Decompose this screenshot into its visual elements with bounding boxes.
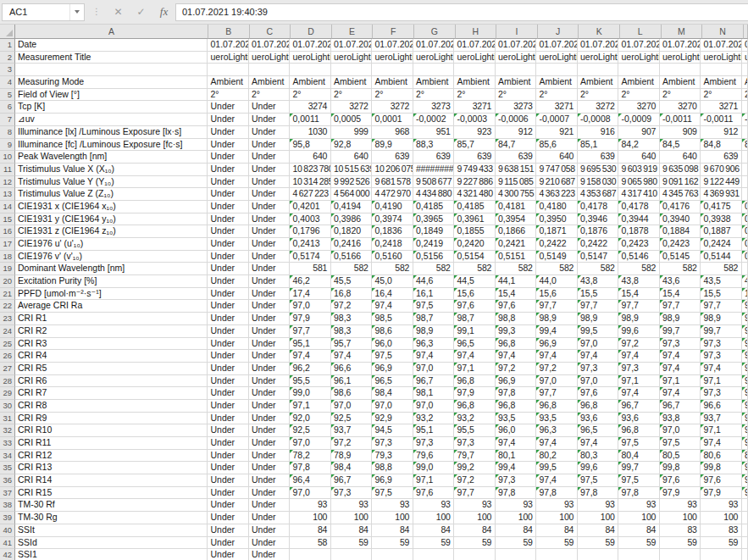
cell[interactable]: Under xyxy=(208,350,249,363)
cell[interactable]: 639 xyxy=(413,151,455,164)
cell[interactable]: 93,8 xyxy=(660,413,701,425)
cell[interactable]: 97,0 xyxy=(660,424,701,437)
row-number[interactable]: 40 xyxy=(0,524,15,537)
cell[interactable]: 2° xyxy=(249,89,291,102)
row-number[interactable]: 42 xyxy=(0,549,15,560)
cell[interactable]: 9 635 098 xyxy=(660,164,701,176)
cell[interactable]: 10 823 780 xyxy=(290,164,331,176)
cell[interactable]: 3271 xyxy=(454,101,496,114)
cell[interactable] xyxy=(331,549,373,560)
cell[interactable]: 01.07.2021 19:40:39 xyxy=(742,39,748,52)
row-number[interactable]: 26 xyxy=(0,350,15,363)
cell[interactable]: 999 xyxy=(331,126,373,139)
cell[interactable]: 01.07.2021 19:40:39 xyxy=(331,39,373,52)
cell[interactable]: 4 317 410 xyxy=(618,188,660,201)
cell[interactable]: 96,1 xyxy=(331,375,373,388)
cell[interactable]: 100 xyxy=(660,512,701,524)
cell[interactable]: 582 xyxy=(413,263,455,275)
row-number[interactable]: 39 xyxy=(0,512,15,524)
cell[interactable]: 0,2419 xyxy=(413,238,455,251)
cell[interactable]: 97,6 xyxy=(578,387,619,400)
cell[interactable]: Under xyxy=(249,437,291,450)
cell[interactable]: 15,4 xyxy=(660,288,701,301)
cell[interactable]: Ambient xyxy=(618,76,660,89)
cell[interactable]: 97,4 xyxy=(618,387,660,400)
row-number[interactable]: 9 xyxy=(0,139,15,152)
cell[interactable]: 93,2 xyxy=(413,413,455,425)
cell[interactable]: 97,4 xyxy=(496,350,537,363)
cell[interactable]: 43,6 xyxy=(660,275,701,288)
cell[interactable]: 582 xyxy=(536,263,578,275)
cell[interactable]: Under xyxy=(249,275,291,288)
row-number[interactable]: 8 xyxy=(0,126,15,139)
row-label-cell[interactable]: Tristimulus Value Y (Y₁₀) xyxy=(15,176,208,189)
cell[interactable]: 80,3 xyxy=(578,450,619,463)
cell[interactable]: 4 353 687 xyxy=(578,188,619,201)
cell[interactable]: 9 508 677 xyxy=(413,176,455,189)
cell[interactable]: 16,1 xyxy=(413,288,455,301)
cell[interactable]: 45,0 xyxy=(372,275,413,288)
cell[interactable]: 96,8 xyxy=(454,375,496,388)
cell[interactable] xyxy=(496,549,537,560)
cell[interactable]: 97,4 xyxy=(578,350,619,363)
cell[interactable]: 59 xyxy=(701,537,742,550)
cell[interactable]: 639 xyxy=(578,151,619,164)
row-number[interactable]: 4 xyxy=(0,76,15,89)
cell[interactable]: Ambient xyxy=(290,76,331,89)
cell[interactable]: Under xyxy=(208,537,249,550)
cell[interactable]: 59 xyxy=(413,537,455,550)
row-label-cell[interactable]: CIE1931 x (CIE1964 x₁₀) xyxy=(15,201,208,213)
cell[interactable]: 0,3961 xyxy=(454,213,496,226)
insert-function-icon[interactable]: fx xyxy=(152,5,175,19)
row-label-cell[interactable]: CRI R11 xyxy=(15,437,208,450)
cell[interactable]: 89,9 xyxy=(372,139,413,152)
cell[interactable]: 59 xyxy=(578,537,619,550)
cell[interactable] xyxy=(742,263,748,275)
cell[interactable]: 639 xyxy=(701,151,742,164)
cell[interactable]: 01.07.2021 19:40:39 xyxy=(372,39,413,52)
cell[interactable]: 93,6 xyxy=(578,413,619,425)
cell[interactable]: Under xyxy=(249,139,291,152)
cell[interactable]: 97,3 xyxy=(701,387,742,400)
cell[interactable]: 44,0 xyxy=(536,275,578,288)
row-number[interactable]: 3 xyxy=(0,64,15,76)
cell[interactable]: 3272 xyxy=(372,101,413,114)
cell[interactable]: 0,1876 xyxy=(578,225,619,238)
cell[interactable]: Under xyxy=(249,238,291,251)
cell[interactable]: Under xyxy=(208,512,249,524)
select-all-corner[interactable] xyxy=(0,25,15,39)
cell[interactable]: 84 xyxy=(454,524,496,537)
cell[interactable]: 97,6 xyxy=(742,474,748,487)
formula-input[interactable]: 01.07.2021 19:40:39 xyxy=(175,3,748,21)
cell[interactable]: 96,9 xyxy=(372,363,413,375)
cell[interactable]: 97,4 xyxy=(496,437,537,450)
cell[interactable]: Under xyxy=(208,313,249,325)
cell[interactable]: ueroLighting xyxy=(454,52,496,64)
cell[interactable]: 01.07.2021 19:40:39 xyxy=(413,39,455,52)
cell[interactable]: 59 xyxy=(331,537,373,550)
cell[interactable]: 97,5 xyxy=(618,474,660,487)
cell[interactable]: Under xyxy=(208,225,249,238)
cell[interactable]: 97,1 xyxy=(660,375,701,388)
cell[interactable]: 912 xyxy=(496,126,537,139)
cell[interactable]: 97,7 xyxy=(454,487,496,500)
cell[interactable]: 95,8 xyxy=(290,139,331,152)
row-label-cell[interactable]: CRI R2 xyxy=(15,325,208,338)
row-label-cell[interactable]: Tcp [K] xyxy=(15,101,208,114)
cell[interactable]: 84 xyxy=(578,524,619,537)
cell[interactable]: 93 xyxy=(454,499,496,512)
cell[interactable]: 0,5147 xyxy=(578,251,619,263)
cell[interactable]: 97,4 xyxy=(578,437,619,450)
cell[interactable]: 581 xyxy=(290,263,331,275)
cell[interactable]: 95,5 xyxy=(290,375,331,388)
cell[interactable]: Under xyxy=(208,424,249,437)
row-label-cell[interactable]: Dominant Wavelength [nm] xyxy=(15,263,208,275)
cell[interactable]: 2° xyxy=(413,89,455,102)
cell[interactable]: 96,8 xyxy=(578,400,619,413)
cell[interactable]: 59 xyxy=(618,537,660,550)
cell[interactable]: 96,9 xyxy=(496,375,537,388)
cell[interactable]: Under xyxy=(249,325,291,338)
row-number[interactable]: 7 xyxy=(0,114,15,126)
cell[interactable]: Under xyxy=(208,413,249,425)
row-number[interactable]: 2 xyxy=(0,52,15,64)
